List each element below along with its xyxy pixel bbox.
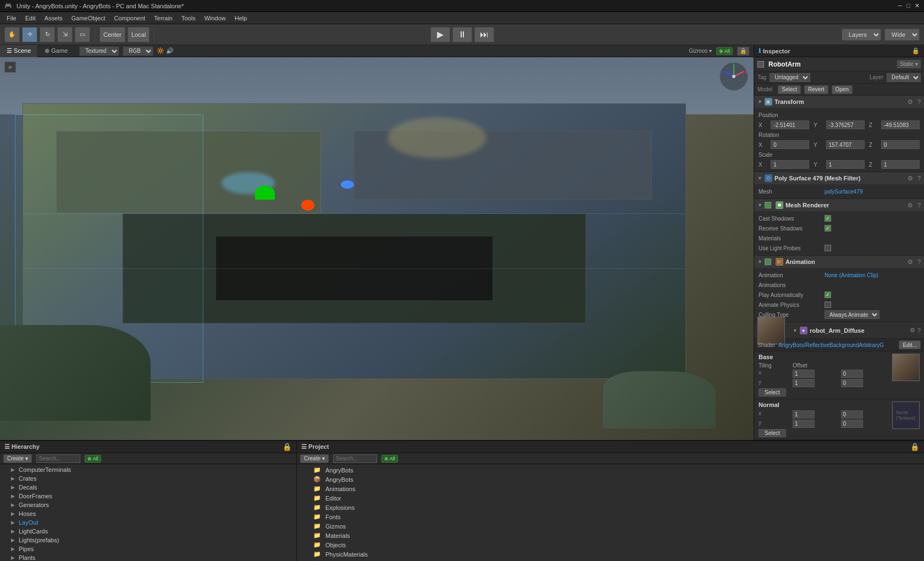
meshfilter-settings-icon[interactable]: ⚙ xyxy=(908,175,913,182)
animation-enabled[interactable] xyxy=(765,258,771,265)
hierarchy-filter-badge[interactable]: ⊕ All xyxy=(85,455,101,463)
menu-gameobject[interactable]: GameObject xyxy=(67,15,110,21)
base-offset-y[interactable] xyxy=(841,379,863,387)
mesh-renderer-header[interactable]: ▼ ⬢ Mesh Renderer ⚙ ? xyxy=(754,199,924,211)
meshrenderer-enabled[interactable] xyxy=(765,202,771,208)
hier-item-generators[interactable]: ▶ Generators xyxy=(0,501,296,509)
project-create-btn[interactable]: Create ▾ xyxy=(300,454,329,463)
maximize-btn[interactable]: □ xyxy=(906,2,910,9)
use-light-probes-check[interactable] xyxy=(825,245,831,251)
animation-settings-icon[interactable]: ⚙ xyxy=(908,258,913,266)
normal-offset-y[interactable] xyxy=(841,420,863,428)
scale-tool[interactable]: ⇲ xyxy=(57,27,73,42)
select-model-btn[interactable]: Select xyxy=(778,85,801,94)
static-badge[interactable]: Static ▾ xyxy=(897,60,921,68)
hierarchy-create-btn[interactable]: Create ▾ xyxy=(3,454,32,463)
meshrenderer-help-icon[interactable]: ? xyxy=(917,202,921,208)
culling-type-dropdown[interactable]: Always Animate xyxy=(825,310,879,319)
base-tiling-x[interactable] xyxy=(793,370,815,378)
scene-tab[interactable]: ☰ Scene xyxy=(0,45,38,57)
edit-shader-btn[interactable]: Edit... xyxy=(899,340,921,349)
menu-component[interactable]: Component xyxy=(109,15,150,21)
proj-item-materials[interactable]: 📁 Materials xyxy=(297,531,924,540)
step-button[interactable]: ⏭ xyxy=(474,27,494,42)
mesh-filter-header[interactable]: ▼ ⬡ Poly Surface 479 (Mesh Filter) ⚙ ? xyxy=(754,172,924,184)
revert-btn[interactable]: Revert xyxy=(804,85,828,94)
play-button[interactable]: ▶ xyxy=(430,27,450,42)
menu-terrain[interactable]: Terrain xyxy=(150,15,177,21)
menu-window[interactable]: Window xyxy=(200,15,230,21)
layout-dropdown[interactable]: Wide xyxy=(884,29,920,41)
proj-item-explosions[interactable]: 📁 Explosions xyxy=(297,503,924,512)
menu-help[interactable]: Help xyxy=(230,15,252,21)
material-help-icon[interactable]: ? xyxy=(917,327,921,334)
hier-item-hoses[interactable]: ▶ Hoses xyxy=(0,509,296,518)
layer-dropdown[interactable]: Default xyxy=(887,73,921,82)
rotate-tool[interactable]: ↻ xyxy=(40,27,55,42)
scale-y-input[interactable] xyxy=(826,160,865,169)
hier-item-decals[interactable]: ▶ Decals xyxy=(0,483,296,492)
normal-select-btn[interactable]: Select xyxy=(759,429,786,437)
project-search[interactable] xyxy=(333,454,377,463)
transform-help-icon[interactable]: ? xyxy=(917,98,921,105)
pos-y-input[interactable] xyxy=(826,120,865,129)
project-filter-badge[interactable]: ⊕ All xyxy=(381,455,398,463)
pos-z-input[interactable] xyxy=(881,120,920,129)
hier-item-layout[interactable]: ▶ LayOut xyxy=(0,518,296,527)
active-checkbox[interactable] xyxy=(757,61,764,68)
proj-item-objects[interactable]: 📁 Objects xyxy=(297,540,924,549)
textured-dropdown[interactable]: Textured xyxy=(79,46,119,56)
hier-item-doorframes[interactable]: ▶ DoorFrames xyxy=(0,492,296,501)
transform-header[interactable]: ▼ ⊞ Transform ⚙ ? xyxy=(754,96,924,108)
normal-tiling-y[interactable] xyxy=(793,420,815,428)
tag-dropdown[interactable]: Untagged xyxy=(770,73,810,82)
gizmos-btn[interactable]: Gizmos ▾ xyxy=(689,48,712,54)
proj-item-animations[interactable]: 📁 Animations xyxy=(297,484,924,493)
material-settings-icon[interactable]: ⚙ xyxy=(910,327,915,334)
scene-icons[interactable]: 🔆 🔊 xyxy=(157,47,174,54)
all-btn[interactable]: ⊕ All xyxy=(716,47,733,55)
menu-assets[interactable]: Assets xyxy=(40,15,67,21)
scene-3d-view[interactable]: X Z Y » xyxy=(0,57,754,440)
proj-item-gizmos[interactable]: 📁 Gizmos xyxy=(297,521,924,531)
proj-item-angrybots-folder[interactable]: 📁 AngryBots xyxy=(297,465,924,475)
move-tool[interactable]: ✛ xyxy=(22,27,37,42)
menu-file[interactable]: File xyxy=(2,15,21,21)
inspector-scroll[interactable]: RobotArm Static ▾ Tag Untagged Layer Def… xyxy=(754,57,924,440)
proj-item-angrybots-pkg[interactable]: 📦 AngryBots xyxy=(297,475,924,484)
collapse-btn[interactable]: » xyxy=(4,62,16,73)
normal-texture-thumb[interactable]: None(Texture) xyxy=(892,402,920,429)
animate-physics-check[interactable] xyxy=(825,301,831,308)
layers-dropdown[interactable]: Layers xyxy=(842,29,881,41)
normal-tiling-x[interactable] xyxy=(793,410,815,419)
scene-lock[interactable]: 🔒 xyxy=(737,47,749,56)
proj-item-fonts[interactable]: 📁 Fonts xyxy=(297,512,924,521)
rot-x-input[interactable] xyxy=(771,140,809,149)
rot-y-input[interactable] xyxy=(826,140,865,149)
proj-item-editor[interactable]: 📁 Editor xyxy=(297,493,924,503)
animation-help-icon[interactable]: ? xyxy=(917,258,921,265)
base-tiling-y[interactable] xyxy=(793,379,815,387)
meshrenderer-settings-icon[interactable]: ⚙ xyxy=(908,202,913,209)
project-lock[interactable]: 🔒 xyxy=(910,443,920,451)
scale-z-input[interactable] xyxy=(881,160,920,169)
base-offset-x[interactable] xyxy=(841,370,863,378)
scale-x-input[interactable] xyxy=(771,160,809,169)
hier-item-lightcards[interactable]: ▶ LightCards xyxy=(0,527,296,536)
center-button[interactable]: Center xyxy=(99,27,125,42)
pos-x-input[interactable] xyxy=(771,120,809,129)
game-tab[interactable]: ⊕ Game xyxy=(38,45,75,57)
base-texture-thumb[interactable] xyxy=(892,354,920,381)
close-btn[interactable]: ✕ xyxy=(915,2,920,9)
inspector-lock[interactable]: 🔒 xyxy=(912,47,920,54)
hier-item-pipes[interactable]: ▶ Pipes xyxy=(0,544,296,553)
meshfilter-help-icon[interactable]: ? xyxy=(917,175,921,182)
hier-item-plants[interactable]: ▶ Plants xyxy=(0,553,296,561)
rgb-dropdown[interactable]: RGB xyxy=(123,46,153,56)
hier-item-lights[interactable]: ▶ Lights(prefabs) xyxy=(0,536,296,544)
menu-tools[interactable]: Tools xyxy=(177,15,200,21)
rot-z-input[interactable] xyxy=(881,140,920,149)
animation-header[interactable]: ▼ ▷ Animation ⚙ ? xyxy=(754,256,924,268)
proj-item-prefabs[interactable]: 📁 Prefabs xyxy=(297,559,924,561)
hand-tool[interactable]: ✋ xyxy=(4,27,20,42)
